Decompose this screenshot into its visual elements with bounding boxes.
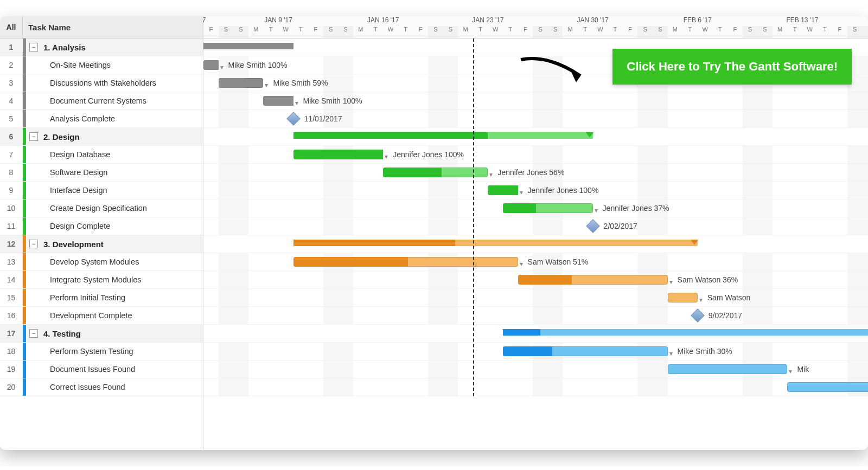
task-bar[interactable]: ▾Jennifer Jones 37% [503,203,593,213]
bar-label: Mike Smith 100% [228,60,288,70]
day-header-cell: M [773,26,788,38]
task-bar[interactable]: ▾Jennifer Jones 100% [488,185,518,195]
day-header-cell: S [743,26,758,38]
task-row[interactable]: 8Software Design [0,164,203,182]
day-header-cell: F [518,26,533,38]
task-bar[interactable]: ▾Mike Smith 100% [203,60,219,70]
task-row[interactable]: 13Develop System Modules [0,253,203,271]
collapse-icon[interactable]: − [29,132,38,141]
task-row[interactable]: 1−1. Analysis [0,38,203,56]
dependency-arrow-icon: ▾ [265,81,268,89]
collapse-icon[interactable]: − [29,43,38,51]
dependency-arrow-icon: ▾ [669,350,673,357]
task-row[interactable]: 2On-Site Meetings [0,56,203,74]
row-number: 11 [0,217,23,235]
task-bar[interactable]: ▾ [787,382,868,392]
summary-bar[interactable] [203,43,293,49]
task-row[interactable]: 3Discussions with Stakeholders [0,74,203,92]
timeline-row[interactable]: ▾Mik [203,360,868,378]
task-row[interactable]: 7Design Database [0,146,203,164]
timeline-row[interactable]: ▾Sam Watson 36% [203,271,868,289]
row-body: On-Site Meetings [26,56,203,74]
row-body: Design Complete [26,217,203,235]
day-header-cell: S [862,26,868,38]
task-bar[interactable]: ▾Sam Watson [668,293,698,302]
row-body: Create Design Specification [26,199,203,217]
timeline-header: '7JAN 9 '17JAN 16 '17JAN 23 '17JAN 30 '1… [203,16,868,38]
task-row[interactable]: 18Perform System Testing [0,343,203,360]
task-row[interactable]: 19Document Issues Found [0,360,203,378]
timeline-row[interactable]: 11/01/2017 [203,110,868,128]
day-header-cell: T [293,26,309,38]
day-header-cell: S [323,26,339,38]
day-header-cell: S [233,26,248,38]
milestone-diamond-icon[interactable] [691,308,704,322]
timeline-row[interactable] [203,128,868,146]
task-row[interactable]: 17−4. Testing [0,325,203,343]
summary-bar[interactable] [503,329,868,336]
day-header-cell: F [832,26,847,38]
day-header-cell: F [413,26,428,38]
task-bar[interactable]: ▾Mike Smith 30% [503,346,668,356]
task-row[interactable]: 10Create Design Specification [0,199,203,217]
timeline-row[interactable] [203,235,868,253]
summary-bar[interactable] [293,240,698,246]
milestone-diamond-icon[interactable] [586,219,599,233]
row-body: Analysis Complete [26,110,203,127]
collapse-icon[interactable]: − [29,329,38,338]
collapse-icon[interactable]: − [29,240,38,248]
task-bar[interactable]: ▾Sam Watson 36% [518,275,668,285]
task-bar[interactable]: ▾Mike Smith 100% [263,96,293,106]
timeline-row[interactable]: ▾Jennifer Jones 56% [203,164,868,182]
timeline-row[interactable]: 2/02/2017 [203,217,868,235]
row-number: 6 [0,128,23,145]
day-header-cell: T [578,26,593,38]
task-title: Document Current Systems [29,96,146,105]
task-row[interactable]: 12−3. Development [0,235,203,253]
task-bar[interactable]: ▾Mik [668,364,788,374]
task-bar[interactable]: ▾Jennifer Jones 56% [383,168,488,177]
bar-label: Mike Smith 30% [678,346,732,356]
timeline-row[interactable]: ▾Jennifer Jones 37% [203,199,868,217]
task-title: Perform Initial Testing [29,293,125,302]
day-header-cell: M [668,26,683,38]
timeline-row[interactable]: ▾Jennifer Jones 100% [203,182,868,199]
day-header-cell: T [473,26,488,38]
timeline-row[interactable]: ▾Sam Watson [203,289,868,307]
cta-button[interactable]: Click Here to Try The Gantt Software! [612,49,852,85]
day-header-cell: S [757,26,773,38]
timeline-row[interactable]: ▾Jennifer Jones 100% [203,146,868,164]
task-row[interactable]: 20Correct Issues Found [0,378,203,396]
timeline-panel[interactable]: '7JAN 9 '17JAN 16 '17JAN 23 '17JAN 30 '1… [203,16,868,450]
task-bar[interactable]: ▾Mike Smith 59% [219,78,264,88]
task-row[interactable]: 4Document Current Systems [0,92,203,110]
dependency-arrow-icon: ▾ [489,171,493,178]
timeline-row[interactable]: 9/02/2017 [203,307,868,325]
timeline-row[interactable] [203,325,868,343]
row-body: Discussions with Stakeholders [26,74,203,92]
timeline-row[interactable]: ▾Mike Smith 30% [203,343,868,360]
task-row[interactable]: 16Development Complete [0,307,203,325]
task-bar[interactable]: ▾Jennifer Jones 100% [293,150,384,159]
milestone-diamond-icon[interactable] [286,112,300,125]
task-row[interactable]: 14Integrate System Modules [0,271,203,289]
day-header-cell: T [682,26,698,38]
task-list-header: All Task Name [0,16,203,38]
milestone-label: 11/01/2017 [304,114,342,124]
bar-label: Jennifer Jones 100% [393,150,464,159]
all-column-header[interactable]: All [0,16,23,38]
day-header-cell: W [278,26,293,38]
summary-bar[interactable] [293,132,593,139]
row-number: 7 [0,146,23,163]
timeline-row[interactable]: ▾ [203,378,868,396]
task-row[interactable]: 11Design Complete [0,217,203,235]
task-row[interactable]: 15Perform Initial Testing [0,289,203,307]
task-bar[interactable]: ▾Sam Watson 51% [293,257,518,267]
task-row[interactable]: 6−2. Design [0,128,203,146]
row-body: Document Issues Found [26,360,203,378]
timeline-row[interactable]: ▾Sam Watson 51% [203,253,868,271]
task-row[interactable]: 9Interface Design [0,182,203,199]
task-name-column-header[interactable]: Task Name [23,23,71,32]
task-row[interactable]: 5Analysis Complete [0,110,203,128]
day-header-cell: T [368,26,384,38]
